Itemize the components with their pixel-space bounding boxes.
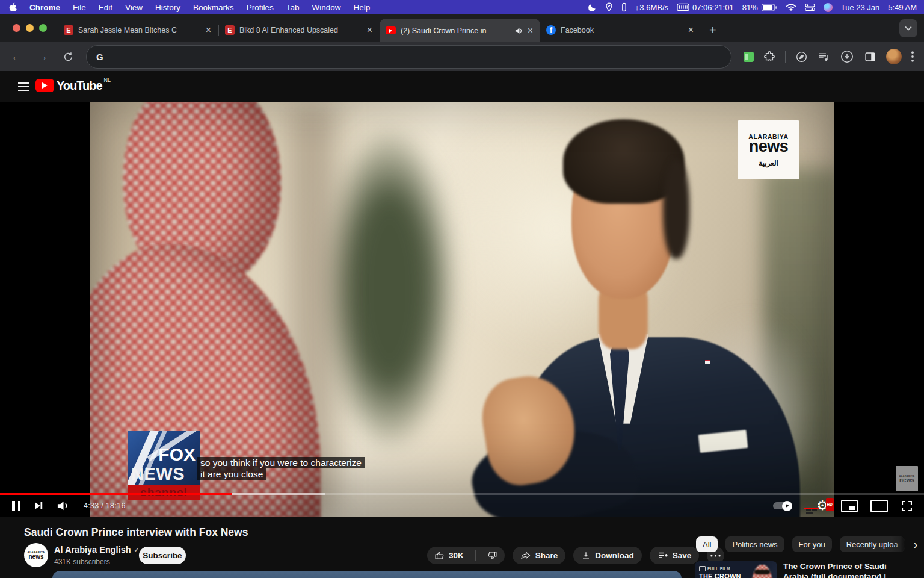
tab-saudi-crown-prince-active[interactable]: (2) Saudi Crown Prince in × — [380, 19, 540, 42]
next-button[interactable] — [34, 501, 43, 511]
window-minimize-button[interactable] — [26, 24, 34, 32]
autoplay-toggle[interactable] — [773, 502, 791, 509]
apple-menu-icon[interactable] — [8, 2, 17, 13]
volume-icon[interactable] — [57, 500, 70, 512]
youtube-logo[interactable]: YouTube NL — [35, 79, 111, 92]
battery-capsule-icon[interactable] — [621, 2, 627, 12]
window-close-button[interactable] — [13, 24, 20, 32]
battery-percent[interactable]: 81% — [742, 3, 758, 12]
menu-history[interactable]: History — [155, 3, 180, 12]
tab-close-icon[interactable]: × — [526, 26, 534, 36]
tab-audio-icon[interactable] — [515, 27, 523, 34]
menubar-date[interactable]: Tue 23 Jan — [841, 3, 880, 12]
browser-profile-avatar[interactable] — [886, 49, 902, 64]
tab-close-icon[interactable]: × — [205, 25, 212, 35]
description-box[interactable] — [52, 571, 682, 578]
chips-scroll-chevron[interactable]: › — [914, 538, 918, 552]
like-button[interactable]: 30K — [427, 550, 471, 561]
menu-view[interactable]: View — [125, 3, 143, 12]
new-tab-button[interactable]: + — [709, 23, 716, 37]
subscriber-count: 431K subscribers — [54, 558, 110, 566]
watch-page-info: Saudi Crown Prince interview with Fox Ne… — [0, 517, 924, 578]
recording-timer[interactable]: 07:06:21:01 — [692, 3, 734, 12]
video-frame[interactable]: ALARABIYA news العربية FOX NEWS channel … — [90, 102, 834, 517]
do-not-disturb-moon-icon[interactable] — [588, 3, 597, 12]
menu-file[interactable]: File — [73, 3, 86, 12]
youtube-favicon — [386, 26, 396, 34]
tab-search-chevron-button[interactable] — [899, 19, 917, 37]
site-favicon: E — [64, 25, 73, 35]
site-favicon: E — [225, 25, 235, 35]
miniplayer-button[interactable] — [841, 500, 858, 512]
tab-facebook[interactable]: f Facebook × — [540, 18, 701, 42]
location-pin-icon[interactable] — [605, 2, 613, 12]
tab-sarah-jessie[interactable]: E Sarah Jessie Mean Bitches C × — [58, 18, 218, 42]
tab-blkd8[interactable]: E Blkd 8 Ai Enhanced Upscaled × — [219, 18, 380, 42]
fullscreen-button[interactable] — [901, 500, 913, 512]
media-playlist-icon[interactable] — [818, 51, 830, 63]
theater-mode-button[interactable] — [870, 500, 888, 512]
window-zoom-button[interactable] — [39, 24, 47, 32]
forward-button[interactable]: → — [29, 50, 55, 63]
guide-hamburger-button[interactable] — [18, 82, 29, 91]
subscribe-button[interactable]: Subscribe — [139, 547, 186, 564]
chip-politics-news[interactable]: Politics news — [725, 536, 784, 552]
download-label: Download — [595, 551, 634, 560]
siri-icon[interactable] — [824, 3, 833, 12]
dislike-button[interactable] — [480, 550, 505, 561]
menubar-time[interactable]: 5:49 AM — [888, 3, 917, 12]
recommended-title-line1: The Crown Prince of Saudi — [783, 561, 924, 571]
google-favicon: G — [96, 52, 103, 62]
channel-avatar[interactable]: ALARABIYA news — [24, 543, 48, 567]
settings-gear-icon[interactable]: ⚙ HD — [816, 500, 828, 512]
menu-bookmarks[interactable]: Bookmarks — [193, 3, 234, 12]
menubar-app-name[interactable]: Chrome — [29, 3, 60, 12]
menu-help[interactable]: Help — [353, 3, 370, 12]
save-button[interactable]: Save — [650, 547, 700, 564]
recommended-video[interactable]: FULL FILM THE CROWN The Crown Prince of … — [695, 561, 924, 578]
channel-name[interactable]: Al Arabiya English — [54, 545, 131, 555]
extensions-puzzle-icon[interactable] — [763, 51, 775, 63]
alarabiya-logo-line2: news — [749, 137, 789, 156]
address-bar[interactable]: G — [86, 45, 732, 69]
fox-logo-news: NEWS — [131, 464, 185, 484]
recommended-thumbnail[interactable]: FULL FILM THE CROWN — [695, 561, 777, 578]
reload-button[interactable] — [55, 51, 81, 63]
chip-recently-uploaded[interactable]: Recently uploa — [840, 536, 905, 552]
chip-all[interactable]: All — [696, 536, 718, 552]
full-film-badge: FULL FILM — [707, 567, 730, 571]
energy-saver-leaf-icon[interactable] — [795, 51, 808, 63]
tab-close-icon[interactable]: × — [687, 25, 695, 35]
download-circle-icon[interactable] — [840, 49, 854, 64]
share-button[interactable]: Share — [513, 547, 566, 564]
chrome-tabstrip: E Sarah Jessie Mean Bitches C × E Blkd 8… — [0, 14, 924, 42]
battery-icon — [761, 4, 777, 11]
back-button[interactable]: ← — [4, 50, 29, 63]
download-button[interactable]: Download — [573, 547, 642, 564]
control-center-icon[interactable] — [805, 3, 815, 11]
video-vignette — [90, 102, 834, 517]
menu-tab[interactable]: Tab — [286, 3, 300, 12]
pause-button[interactable] — [12, 501, 20, 511]
menu-window[interactable]: Window — [312, 3, 340, 12]
alarabiya-news-logo: ALARABIYA news العربية — [738, 120, 799, 179]
youtube-play-icon — [35, 79, 54, 92]
extension-green-icon[interactable] — [744, 52, 754, 62]
player-controls: 4:33 / 18:16 ⚙ HD — [0, 495, 924, 517]
chip-for-you[interactable]: For you — [792, 536, 832, 552]
tab-title: Facebook — [561, 26, 682, 34]
screen-recorder-icon — [677, 3, 689, 11]
tab-title: (2) Saudi Crown Prince in — [401, 26, 510, 35]
recommended-title[interactable]: The Crown Prince of Saudi Arabia (full d… — [783, 561, 924, 578]
menu-edit[interactable]: Edit — [99, 3, 112, 12]
wifi-icon[interactable] — [786, 4, 796, 11]
menu-profiles[interactable]: Profiles — [247, 3, 274, 12]
download-rate[interactable]: 3.6MB/s — [639, 3, 668, 12]
caption-line-2: it are you close — [197, 468, 266, 480]
youtube-region-code: NL — [104, 77, 111, 83]
chrome-menu-kebab-icon[interactable] — [911, 51, 914, 62]
full-film-icon — [699, 566, 706, 571]
time-display: 4:33 / 18:16 — [84, 502, 126, 510]
side-panel-icon[interactable] — [864, 51, 876, 63]
tab-close-icon[interactable]: × — [366, 25, 374, 35]
